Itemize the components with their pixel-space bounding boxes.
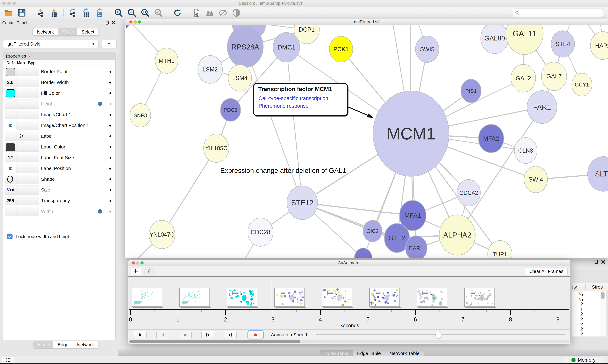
float-panel-icon[interactable] — [105, 21, 109, 26]
network-node-GAL11[interactable]: GAL11 — [506, 25, 543, 54]
network-node-MCM1[interactable]: MCM1 — [373, 91, 449, 176]
expand-property-icon[interactable] — [109, 199, 112, 203]
mapping-cell[interactable] — [16, 121, 28, 130]
network-node-GCY1[interactable]: GCY1 — [572, 73, 592, 96]
property-row-label-position[interactable]: Label Position — [3, 163, 115, 174]
network-node-LSM2[interactable]: LSM2 — [198, 55, 222, 83]
scrollbar-thumb[interactable] — [601, 292, 605, 299]
network-node-GAL2[interactable]: GAL2 — [511, 64, 536, 92]
bypass-cell[interactable] — [28, 121, 40, 130]
mapping-cell[interactable] — [16, 67, 28, 76]
property-row-label-font-size[interactable]: 12Label Font Size — [3, 152, 115, 163]
mapping-cell[interactable] — [16, 89, 28, 98]
mapping-cell[interactable] — [16, 175, 28, 184]
network-edge[interactable] — [286, 47, 302, 203]
delete-frame-button[interactable] — [145, 268, 155, 275]
expand-property-icon[interactable] — [109, 81, 112, 85]
table-cell-value[interactable]: 2 — [572, 327, 583, 332]
tab-network[interactable]: Network — [73, 341, 98, 348]
mapping-cell[interactable] — [16, 131, 28, 141]
network-window-titlebar[interactable]: galFiltered.sif — [125, 19, 608, 25]
network-node-YIL105C[interactable]: YIL105C — [204, 134, 229, 162]
property-row-height[interactable]: Height — [3, 99, 115, 109]
default-value-cell[interactable] — [5, 67, 16, 76]
search-input[interactable] — [513, 9, 603, 17]
default-value-cell[interactable] — [5, 121, 16, 130]
save-session-icon[interactable] — [17, 8, 26, 17]
expand-property-icon[interactable] — [109, 102, 112, 106]
tab-node-table[interactable]: Node Table — [320, 350, 353, 357]
network-node-SLT2[interactable]: SLT2 — [588, 156, 608, 191]
export-table-icon[interactable] — [82, 8, 91, 17]
bypass-cell[interactable] — [28, 78, 40, 87]
mapping-cell[interactable] — [16, 78, 28, 87]
export-network-icon[interactable] — [69, 8, 78, 17]
default-value-cell[interactable] — [5, 89, 16, 98]
pause-button[interactable] — [156, 331, 169, 339]
table-cell-value[interactable]: 26 — [572, 292, 583, 297]
expand-property-icon[interactable] — [109, 135, 112, 139]
bypass-cell[interactable] — [28, 207, 40, 216]
play-button[interactable] — [134, 331, 147, 339]
mapping-cell[interactable] — [16, 142, 28, 152]
bypass-cell[interactable] — [28, 67, 40, 76]
network-node-GAL80[interactable]: GAL80 — [481, 25, 509, 54]
default-value-cell[interactable] — [5, 142, 16, 152]
network-node-CLN3[interactable]: CLN3 — [514, 138, 537, 164]
zoom-fit-icon[interactable] — [141, 8, 150, 17]
table-cell-value[interactable]: 2 — [572, 312, 583, 317]
tab-edge-table[interactable]: Edge Table — [353, 350, 385, 357]
show-all-icon[interactable] — [232, 8, 241, 17]
properties-header[interactable]: Properties — [3, 52, 115, 60]
network-node-PIS1[interactable]: PIS1 — [461, 79, 481, 103]
expand-property-icon[interactable] — [109, 91, 112, 96]
task-history-button[interactable] — [1, 357, 15, 363]
annotation-box[interactable]: Transcription factor MCM1 Cell-type-spec… — [253, 83, 348, 116]
network-node-YNL047C[interactable]: YNL047C — [149, 220, 175, 249]
network-node-LSM4[interactable]: LSM4 — [228, 65, 252, 91]
import-table-icon[interactable] — [49, 8, 59, 17]
property-row-label[interactable]: Label — [3, 131, 115, 142]
timeline-frame-thumbnail[interactable] — [227, 288, 258, 308]
network-node-MFA2[interactable]: MFA2 — [479, 124, 504, 153]
annotation-link[interactable]: Cell-type-specific transcription — [259, 95, 328, 101]
network-node-MTH1[interactable]: MTH1 — [155, 48, 178, 73]
record-button[interactable] — [248, 331, 263, 339]
expand-property-icon[interactable] — [109, 113, 112, 117]
expand-property-icon[interactable] — [109, 167, 112, 171]
property-row-image-chart-1[interactable]: Image/Chart 1 — [3, 109, 115, 120]
table-cell-value[interactable]: 2 — [572, 332, 583, 337]
table-cell-value[interactable]: 25 — [572, 297, 583, 302]
network-node-BAR1[interactable]: BAR1 — [405, 236, 427, 258]
network-node-STE12[interactable]: STE12 — [287, 186, 318, 220]
bypass-cell[interactable] — [28, 164, 40, 173]
property-row-image-chart-position-1[interactable]: Image/Chart Position 1 — [3, 120, 115, 131]
bypass-cell[interactable] — [28, 131, 40, 141]
scrollbar-thumb[interactable] — [129, 340, 300, 343]
timeline-frame-thumbnail[interactable] — [370, 288, 401, 308]
zoom-in-icon[interactable] — [114, 8, 123, 17]
lock-node-size-checkbox[interactable] — [7, 234, 13, 239]
tab-network[interactable]: Network — [33, 28, 58, 35]
tab-edge[interactable]: Edge — [53, 341, 73, 348]
refresh-icon[interactable] — [173, 8, 182, 17]
timeline-frame-thumbnail[interactable] — [465, 288, 496, 308]
timeline-frame-thumbnail[interactable] — [180, 288, 211, 308]
style-selector[interactable]: galFiltered Style — [3, 40, 98, 48]
tab-style[interactable]: Style — [58, 28, 77, 35]
default-value-cell[interactable]: 50.0 — [5, 185, 16, 195]
float-panel-icon[interactable] — [594, 260, 598, 265]
property-row-fill-color[interactable]: Fill Color — [3, 88, 115, 99]
expand-property-icon[interactable] — [109, 210, 112, 214]
info-icon[interactable] — [97, 101, 103, 107]
style-options-button[interactable] — [101, 40, 117, 48]
property-row-width[interactable]: Width — [3, 206, 115, 217]
mapping-cell[interactable] — [16, 110, 28, 119]
timeline-frame-thumbnail[interactable] — [132, 288, 163, 308]
cyanimator-timeline[interactable]: 0123456789Seconds — [128, 277, 570, 329]
network-node-SWI5[interactable]: SWI5 — [415, 36, 439, 63]
expand-property-icon[interactable] — [109, 124, 112, 128]
timeline-frame-thumbnail[interactable] — [275, 288, 305, 308]
annotation-link[interactable]: Pheromone response — [259, 103, 309, 109]
bypass-cell[interactable] — [28, 142, 40, 152]
